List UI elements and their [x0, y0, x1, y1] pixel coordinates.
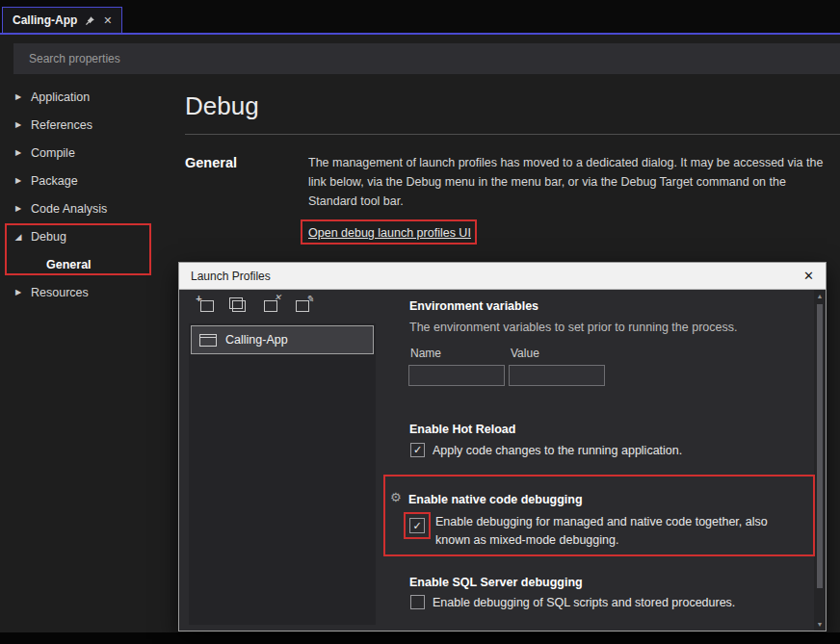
- sql-debugging-label: Enable debugging of SQL scripts and stor…: [433, 596, 735, 609]
- tab-close-icon[interactable]: ✕: [103, 15, 112, 26]
- scrollbar-thumb[interactable]: [817, 304, 823, 588]
- sidebar-item-label: References: [31, 118, 92, 132]
- sidebar-item-label: Code Analysis: [31, 202, 107, 216]
- native-debugging-checkbox[interactable]: ✓: [409, 518, 425, 533]
- chevron-right-icon[interactable]: ▶: [13, 120, 23, 129]
- delete-profile-icon[interactable]: [260, 296, 278, 313]
- sidebar-item-resources[interactable]: ▶ Resources: [13, 278, 177, 306]
- general-section-description: The management of launch profiles has mo…: [308, 153, 838, 211]
- sql-debugging-checkbox[interactable]: [410, 595, 425, 609]
- native-debugging-label: Enable debugging for managed and native …: [435, 513, 797, 550]
- dialog-body: Calling-App Environment variables The en…: [179, 290, 826, 631]
- chevron-right-icon[interactable]: ▶: [13, 148, 23, 157]
- search-placeholder: Search properties: [29, 52, 120, 65]
- profile-name: Calling-App: [225, 333, 288, 347]
- dialog-scrollbar[interactable]: ▲ ▼: [814, 290, 826, 631]
- gear-icon: ⚙: [390, 490, 402, 504]
- env-name-input[interactable]: [408, 365, 505, 386]
- sidebar-item-label: Package: [31, 174, 78, 188]
- new-profile-icon[interactable]: [197, 296, 215, 313]
- apply-code-changes-checkbox[interactable]: ✓: [410, 443, 425, 457]
- env-name-column-label: Name: [410, 347, 441, 360]
- sidebar-item-package[interactable]: ▶ Package: [13, 167, 177, 194]
- chevron-right-icon[interactable]: ▶: [13, 92, 23, 101]
- bottom-edge-strip: [0, 632, 840, 644]
- sidebar-item-application[interactable]: ▶ Application: [13, 83, 177, 111]
- scroll-up-icon[interactable]: ▲: [814, 293, 826, 299]
- search-properties-input[interactable]: Search properties: [13, 43, 840, 74]
- tab-accent-line: [0, 33, 840, 35]
- dialog-title: Launch Profiles: [191, 270, 271, 283]
- scroll-down-icon[interactable]: ▼: [814, 621, 826, 628]
- pin-icon[interactable]: [85, 15, 95, 26]
- apply-code-changes-label: Apply code changes to the running applic…: [433, 444, 682, 457]
- title-divider: [185, 134, 840, 135]
- env-value-input[interactable]: [509, 365, 605, 386]
- sidebar-item-compile[interactable]: ▶ Compile: [13, 139, 177, 167]
- sql-debugging-title: Enable SQL Server debugging: [409, 576, 583, 589]
- sidebar-item-references[interactable]: ▶ References: [13, 111, 177, 139]
- document-tab-calling-app[interactable]: Calling-App ✕: [2, 7, 122, 33]
- sidebar-item-label: Resources: [31, 286, 89, 299]
- sidebar-item-label: General: [46, 258, 92, 271]
- check-icon: ✓: [412, 520, 421, 532]
- env-variables-description: The environment variables to set prior t…: [409, 321, 737, 334]
- profiles-toolbar: [197, 296, 310, 313]
- profile-list: Calling-App: [189, 323, 376, 625]
- profile-list-item-calling-app[interactable]: Calling-App: [191, 325, 374, 354]
- env-variables-title: Environment variables: [409, 299, 538, 313]
- page-title: Debug: [185, 91, 259, 121]
- chevron-expanded-icon[interactable]: ◢: [13, 232, 23, 242]
- clone-profile-icon[interactable]: [228, 296, 247, 313]
- sidebar-item-label: Compile: [31, 146, 75, 160]
- hot-reload-title: Enable Hot Reload: [409, 423, 515, 436]
- properties-sidebar: ▶ Application ▶ References ▶ Compile ▶ P…: [13, 83, 177, 306]
- chevron-right-icon[interactable]: ▶: [13, 176, 23, 185]
- window-icon: [199, 334, 217, 347]
- chevron-right-icon[interactable]: ▶: [13, 288, 23, 296]
- tab-strip: [0, 0, 840, 35]
- check-icon: ✓: [413, 444, 422, 456]
- launch-profiles-dialog: Launch Profiles ✕ Calling-App Environmen…: [178, 262, 827, 631]
- env-value-column-label: Value: [511, 347, 539, 360]
- dialog-close-icon[interactable]: ✕: [803, 269, 814, 283]
- sidebar-item-label: Debug: [31, 230, 66, 244]
- chevron-right-icon[interactable]: ▶: [13, 204, 23, 213]
- rename-profile-icon[interactable]: [292, 296, 310, 313]
- sidebar-item-debug-general[interactable]: General: [13, 250, 177, 278]
- sidebar-item-label: Application: [31, 90, 90, 104]
- tab-title: Calling-App: [13, 13, 77, 27]
- open-debug-launch-profiles-link[interactable]: Open debug launch profiles UI: [308, 226, 471, 240]
- sidebar-item-debug[interactable]: ◢ Debug: [13, 222, 177, 250]
- general-section-label: General: [185, 155, 237, 170]
- dialog-titlebar[interactable]: Launch Profiles ✕: [179, 263, 826, 290]
- sidebar-item-code-analysis[interactable]: ▶ Code Analysis: [13, 194, 177, 222]
- native-debugging-title: Enable native code debugging: [408, 493, 583, 506]
